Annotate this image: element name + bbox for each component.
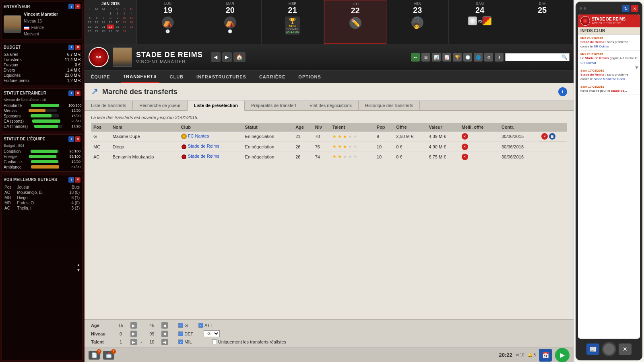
day-col-sam[interactable]: SAM 24 vs xyxy=(449,0,511,44)
filter-talent-min-inc[interactable]: ▶ xyxy=(130,339,137,345)
action-red-circle-3[interactable]: ✕ xyxy=(462,154,468,160)
budget-close-btn[interactable]: ✕ xyxy=(75,45,80,50)
filter-mil-label: MIL xyxy=(184,339,192,344)
delete-btn-1[interactable]: ✕ xyxy=(541,133,548,140)
toolbar-trophy-icon[interactable]: 🏆 xyxy=(453,53,462,62)
statut-equipe-info-btn[interactable]: i xyxy=(68,136,74,142)
phone-screen: STADE DE REIMS APP SUPPORTERS INFOS CLUB… xyxy=(578,14,640,339)
calendar-btn[interactable]: 📅 xyxy=(539,349,552,362)
checkbox-g[interactable] xyxy=(178,323,183,328)
buteurs-info-btn[interactable]: i xyxy=(68,177,74,183)
day-col-jeu[interactable]: JEU 22 ✏️ xyxy=(324,0,387,44)
nav-back-btn[interactable]: ◀ xyxy=(211,52,221,62)
toolbar-settings-icon[interactable]: ⚙ xyxy=(484,53,493,62)
sub-tab-liste-transferts[interactable]: Liste de transferts xyxy=(85,101,133,110)
buteurs-row: ACMoukandjo, B.18 (0) xyxy=(4,190,80,195)
filter-niveau-min-inc[interactable]: ▶ xyxy=(130,331,137,337)
statut-equipe-close-btn[interactable]: ✕ xyxy=(75,136,80,142)
phone-home-btn[interactable] xyxy=(602,342,616,356)
trainer-avatar xyxy=(4,15,21,33)
buteurs-scroll-up[interactable]: ▲ xyxy=(76,263,80,267)
sub-tab-preparatifs[interactable]: Préparatifs de transfert xyxy=(245,101,303,110)
day-col-ven[interactable]: VEN 23 🎵🧑 xyxy=(386,0,449,44)
phone-news-btn[interactable]: 📰 xyxy=(586,343,599,355)
filter-talent-max-dec[interactable]: ◀ xyxy=(161,339,168,345)
sub-tab-preselection[interactable]: Liste de présélection xyxy=(188,101,245,111)
tab-infrastructures[interactable]: INFRASTRUCTURES xyxy=(194,70,249,83)
toolbar-globe-icon[interactable]: 🌐 xyxy=(474,53,483,62)
tab-carriere[interactable]: CARRIÈRE xyxy=(257,70,288,83)
reims-badge-3 xyxy=(181,154,187,160)
checkbox-def[interactable] xyxy=(178,331,183,336)
news-scroll-down[interactable]: ▼ xyxy=(634,65,639,70)
toolbar-chart-icon[interactable]: 📈 xyxy=(442,53,451,62)
statut-entraineur-close-btn[interactable]: ✕ xyxy=(75,90,80,96)
msg-badge-2: 1 xyxy=(111,349,116,354)
search-submit-btn[interactable]: 🔍 xyxy=(561,54,568,60)
phone-dot-1 xyxy=(580,7,582,10)
toolbar-download-icon[interactable]: ⬇ xyxy=(495,53,504,62)
tab-options[interactable]: OPTIONS xyxy=(296,70,324,83)
tab-club[interactable]: CLUB xyxy=(167,70,186,83)
filter-age-min: 15 xyxy=(115,323,126,328)
th-nom: Nom xyxy=(110,123,179,132)
phone-refresh-btn[interactable]: ↻ xyxy=(622,5,630,12)
club-link-reims-3[interactable]: Stade de Reims xyxy=(188,154,219,158)
budget-info-btn[interactable]: i xyxy=(68,45,74,50)
day-col-mar[interactable]: MAR 20 ⛺ 🕐 xyxy=(199,0,262,44)
club-link-reims-2[interactable]: Stade de Reims xyxy=(188,144,219,148)
nav-forward-btn[interactable]: ▶ xyxy=(222,52,232,62)
day-col-lun[interactable]: LUN 19 ⛺ 🕐 xyxy=(137,0,199,44)
toolbar-battery-icon[interactable]: ▪▪ xyxy=(411,53,420,62)
msg-btn-2[interactable]: 📩 1 xyxy=(103,351,114,360)
trainer-info-btn[interactable]: i xyxy=(68,4,74,9)
phone-x-btn[interactable]: ✕ xyxy=(619,343,632,355)
day-col-mer[interactable]: MER 21 🏆 SRC COLMAR (2) 4-1 (0) xyxy=(262,0,324,44)
club-link-nantes[interactable]: FC Nantes xyxy=(188,134,209,138)
filter-age-min-inc[interactable]: ▶ xyxy=(130,322,137,329)
budget-row-travaux: Travaux 0 € xyxy=(4,62,80,68)
checkbox-att[interactable] xyxy=(198,323,203,328)
position-select[interactable]: G D M A xyxy=(204,330,220,337)
tab-transferts[interactable]: TRANSFERTS xyxy=(121,70,159,83)
note-btn-1[interactable]: 📋 xyxy=(549,133,555,140)
filter-age-max: 45 xyxy=(146,323,157,328)
news-scroll: Mer 21/01/2015 Stade de Reims : sans pro… xyxy=(578,35,640,95)
sub-tab-recherche[interactable]: Recherche de joueur xyxy=(133,101,187,110)
filter-age-max-dec[interactable]: ◀ xyxy=(161,322,168,329)
budget-header: BUDGET i ✕ xyxy=(4,45,80,50)
phone-icons: ↻ ✕ xyxy=(622,5,638,12)
budget-rows: Salaires 6,7 M € Transferts 11,4 M € Tra… xyxy=(4,52,80,83)
action-red-circle-2[interactable]: ✕ xyxy=(462,144,468,150)
sub-tab-negociations[interactable]: État des négociations xyxy=(303,101,359,110)
news-text-2: Le Stade de Reims gagne 4-1 contre le SR… xyxy=(580,56,638,65)
toolbar-clock-icon[interactable]: 🕐 xyxy=(463,53,472,62)
table-row: AC Benjamin Moukandjo Stade de Reims En … xyxy=(91,152,567,162)
tab-equipe[interactable]: ÉQUIPE xyxy=(89,70,113,83)
nav-home-btn[interactable]: 🏠 xyxy=(233,52,246,62)
action-red-circle-1[interactable]: ✕ xyxy=(462,133,468,140)
filter-row-age: Age 15 ▶ - 45 ◀ G ATT xyxy=(91,322,567,329)
th-age: Age xyxy=(293,123,313,132)
news-item-4: Sam 17/01/2015 Nette victoire pour le St… xyxy=(578,83,640,95)
phone-close-btn[interactable]: ✕ xyxy=(631,5,638,12)
day-col-dim[interactable]: DIM 25 xyxy=(511,0,574,44)
train-icon: ⛺ xyxy=(162,16,174,29)
trainer-header: ENTRAÎNEUR i ✕ xyxy=(4,4,80,9)
play-btn[interactable]: ▶ xyxy=(555,348,570,362)
toolbar-formation-icon[interactable]: ⊞ xyxy=(421,53,430,62)
toolbar-stats-icon[interactable]: 📊 xyxy=(432,53,441,62)
trainer-close-btn[interactable]: ✕ xyxy=(75,4,80,9)
page-info-btn[interactable]: i xyxy=(558,87,567,96)
msg-btn-1[interactable]: 📄 3 xyxy=(89,351,100,360)
search-input[interactable] xyxy=(507,55,561,60)
buteurs-scroll-down[interactable]: ▼ xyxy=(76,268,80,272)
filter-niveau-max-dec[interactable]: ◀ xyxy=(161,331,168,337)
buteurs-close-btn[interactable]: ✕ xyxy=(75,177,80,183)
notif-count-label: 🔔 8 xyxy=(528,353,536,357)
statut-entraineur-info-btn[interactable]: i xyxy=(68,90,74,96)
sub-tab-historique[interactable]: Historique des transferts xyxy=(359,101,420,110)
checkbox-realistic[interactable] xyxy=(212,339,217,344)
th-contr: Contr. xyxy=(499,123,539,132)
checkbox-mil[interactable] xyxy=(178,339,183,344)
